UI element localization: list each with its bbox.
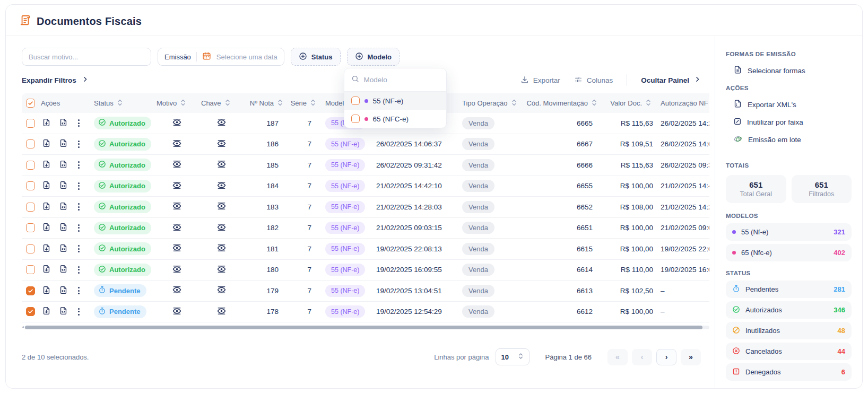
view-motivo-icon[interactable] bbox=[172, 285, 182, 296]
search-motivo-input[interactable] bbox=[22, 48, 151, 66]
status-count-row[interactable]: Denegados6 bbox=[726, 363, 852, 381]
invalidate-range-button[interactable]: Inutilizar por faixa bbox=[726, 113, 852, 131]
view-chave-icon[interactable] bbox=[216, 118, 227, 128]
column-header-n-nota[interactable]: Nº Nota bbox=[244, 99, 290, 108]
download-pdf-icon[interactable] bbox=[42, 243, 51, 255]
modelo-option-2[interactable]: 65 (NFC-e) bbox=[344, 110, 446, 128]
download-xml-icon[interactable] bbox=[59, 160, 68, 171]
expand-filters-link[interactable]: Expandir Filtros bbox=[22, 76, 89, 84]
download-xml-icon[interactable] bbox=[59, 285, 68, 296]
row-checkbox[interactable] bbox=[26, 161, 35, 170]
row-menu-icon[interactable] bbox=[76, 139, 82, 149]
status-count-row[interactable]: Cancelados44 bbox=[726, 343, 852, 360]
export-xmls-button[interactable]: Exportar XML's bbox=[726, 95, 852, 113]
view-chave-icon[interactable] bbox=[216, 285, 227, 296]
view-motivo-icon[interactable] bbox=[172, 223, 182, 233]
download-xml-icon[interactable] bbox=[59, 118, 68, 129]
export-button[interactable]: Exportar bbox=[520, 75, 560, 85]
modelo-option-1[interactable]: 55 (NF-e) bbox=[344, 92, 446, 110]
view-motivo-icon[interactable] bbox=[172, 307, 182, 317]
download-xml-icon[interactable] bbox=[59, 202, 68, 213]
row-checkbox[interactable] bbox=[26, 244, 35, 253]
view-motivo-icon[interactable] bbox=[172, 160, 182, 170]
hide-panel-button[interactable]: Ocultar Painel bbox=[641, 76, 701, 84]
download-xml-icon[interactable] bbox=[59, 306, 68, 317]
download-xml-icon[interactable] bbox=[59, 138, 68, 150]
status-filter-button[interactable]: Status bbox=[291, 48, 341, 66]
column-header-motivo[interactable]: Motivo bbox=[154, 99, 199, 108]
model-count-row[interactable]: 55 (Nf-e)321 bbox=[726, 223, 852, 241]
row-checkbox[interactable] bbox=[26, 181, 35, 190]
row-checkbox[interactable] bbox=[26, 119, 35, 128]
option-checkbox[interactable] bbox=[351, 115, 360, 123]
row-checkbox[interactable] bbox=[26, 223, 35, 232]
download-pdf-icon[interactable] bbox=[42, 180, 51, 191]
row-menu-icon[interactable] bbox=[76, 118, 82, 128]
last-page-button[interactable]: » bbox=[681, 349, 701, 365]
row-menu-icon[interactable] bbox=[76, 223, 82, 233]
scroll-left-arrow-icon[interactable]: ◂ bbox=[22, 325, 24, 329]
sort-icon[interactable] bbox=[592, 99, 597, 108]
option-checkbox[interactable] bbox=[351, 97, 360, 105]
download-xml-icon[interactable] bbox=[59, 264, 68, 275]
view-chave-icon[interactable] bbox=[216, 202, 227, 212]
column-header-c-d-movimenta-o[interactable]: Cód. Movimentação bbox=[526, 99, 604, 108]
row-menu-icon[interactable] bbox=[76, 181, 82, 191]
row-checkbox[interactable] bbox=[26, 139, 35, 148]
column-header-status[interactable]: Status bbox=[92, 99, 154, 108]
sort-icon[interactable] bbox=[117, 99, 123, 108]
view-chave-icon[interactable] bbox=[216, 181, 227, 191]
row-menu-icon[interactable] bbox=[76, 202, 82, 212]
download-pdf-icon[interactable] bbox=[42, 138, 51, 150]
select-all-checkbox[interactable] bbox=[26, 99, 35, 108]
select-emission-forms-button[interactable]: Selecionar formas bbox=[726, 62, 852, 80]
search-motivo-field[interactable] bbox=[29, 53, 144, 61]
previous-page-button[interactable]: ‹ bbox=[632, 349, 652, 365]
row-menu-icon[interactable] bbox=[76, 286, 82, 295]
horizontal-scrollbar[interactable]: ◂ bbox=[22, 325, 709, 329]
view-motivo-icon[interactable] bbox=[172, 181, 182, 191]
view-motivo-icon[interactable] bbox=[172, 202, 182, 212]
row-menu-icon[interactable] bbox=[76, 307, 82, 317]
row-menu-icon[interactable] bbox=[76, 265, 82, 275]
modelo-filter-button[interactable]: Modelo bbox=[347, 48, 400, 66]
download-pdf-icon[interactable] bbox=[42, 264, 51, 275]
download-xml-icon[interactable] bbox=[59, 243, 68, 255]
row-checkbox[interactable] bbox=[26, 203, 35, 212]
column-header-s-rie[interactable]: Série bbox=[290, 99, 323, 108]
modelo-dropdown-search-field[interactable] bbox=[364, 76, 439, 84]
view-motivo-icon[interactable] bbox=[172, 118, 182, 128]
sort-icon[interactable] bbox=[646, 99, 651, 108]
sort-icon[interactable] bbox=[225, 99, 230, 108]
view-motivo-icon[interactable] bbox=[172, 265, 182, 275]
download-pdf-icon[interactable] bbox=[42, 306, 51, 317]
sort-icon[interactable] bbox=[310, 99, 316, 108]
column-header-chave[interactable]: Chave bbox=[199, 99, 244, 108]
download-pdf-icon[interactable] bbox=[42, 118, 51, 129]
download-xml-icon[interactable] bbox=[59, 222, 68, 233]
first-page-button[interactable]: « bbox=[607, 349, 628, 365]
view-chave-icon[interactable] bbox=[216, 243, 227, 254]
columns-button[interactable]: Colunas bbox=[574, 75, 613, 85]
rows-per-page-select[interactable]: 10 bbox=[496, 348, 530, 365]
view-motivo-icon[interactable] bbox=[172, 139, 182, 150]
emission-date-filter[interactable]: Emissão Selecione uma data bbox=[158, 48, 284, 66]
model-count-row[interactable]: 65 (Nfc-e)402 bbox=[726, 244, 852, 261]
batch-emission-button[interactable]: Emissão em lote bbox=[726, 131, 852, 148]
column-header-tipo-opera-o[interactable]: Tipo Operação bbox=[460, 99, 526, 108]
row-checkbox[interactable] bbox=[26, 265, 35, 274]
sort-icon[interactable] bbox=[277, 99, 283, 108]
status-count-row[interactable]: Inutilizados48 bbox=[726, 322, 852, 339]
download-xml-icon[interactable] bbox=[59, 180, 68, 191]
sort-icon[interactable] bbox=[511, 99, 517, 108]
row-checkbox[interactable] bbox=[26, 307, 35, 316]
view-chave-icon[interactable] bbox=[216, 223, 227, 233]
sort-icon[interactable] bbox=[180, 99, 186, 108]
view-chave-icon[interactable] bbox=[216, 139, 227, 150]
row-menu-icon[interactable] bbox=[76, 160, 82, 170]
status-count-row[interactable]: Pendentes281 bbox=[726, 281, 852, 298]
download-pdf-icon[interactable] bbox=[42, 222, 51, 233]
scrollbar-thumb[interactable] bbox=[25, 326, 702, 329]
row-checkbox[interactable] bbox=[26, 286, 35, 295]
row-menu-icon[interactable] bbox=[76, 244, 82, 253]
